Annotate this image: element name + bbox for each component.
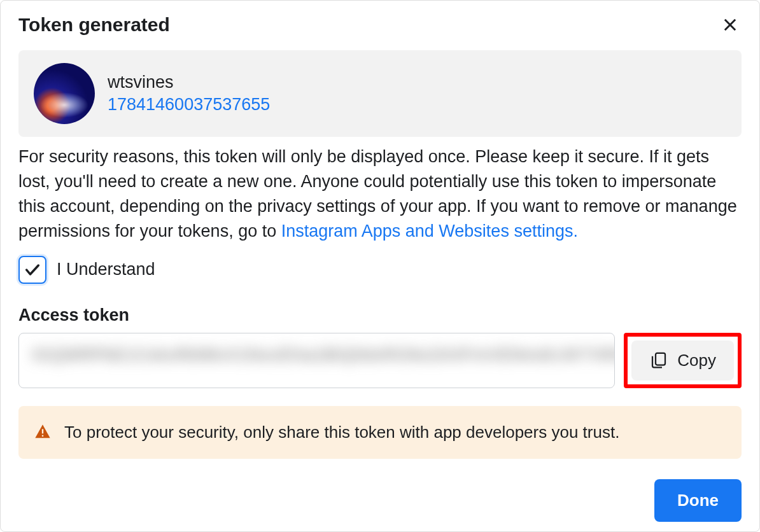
user-id-link[interactable]: 17841460037537655 bbox=[108, 95, 270, 115]
warning-text: To protect your security, only share thi… bbox=[64, 423, 619, 442]
username: wtsvines bbox=[108, 73, 270, 92]
svg-rect-3 bbox=[42, 429, 43, 433]
token-value-blurred: IGQWRPbE1CekxRblMxX1NocEhia1BiQ0dxRG9oZA… bbox=[32, 345, 602, 365]
checkmark-icon bbox=[24, 261, 41, 279]
understand-checkbox[interactable] bbox=[18, 256, 46, 284]
warning-icon bbox=[34, 423, 52, 441]
user-info: wtsvines 17841460037537655 bbox=[108, 73, 270, 115]
done-button[interactable]: Done bbox=[654, 479, 742, 522]
consent-row: I Understand bbox=[18, 256, 742, 284]
close-button[interactable] bbox=[719, 13, 742, 36]
copy-icon bbox=[649, 351, 668, 370]
copy-button-highlight: Copy bbox=[624, 333, 742, 388]
security-description: For security reasons, this token will on… bbox=[18, 144, 742, 244]
dialog-footer: Done bbox=[18, 479, 742, 522]
access-token-input[interactable]: IGQWRPbE1CekxRblMxX1NocEhia1BiQ0dxRG9oZA… bbox=[18, 333, 615, 388]
svg-rect-2 bbox=[656, 353, 665, 365]
understand-label: I Understand bbox=[57, 260, 155, 279]
settings-link[interactable]: Instagram Apps and Websites settings. bbox=[281, 221, 578, 241]
avatar bbox=[34, 63, 95, 124]
close-icon bbox=[721, 16, 739, 34]
copy-button[interactable]: Copy bbox=[631, 340, 734, 381]
svg-rect-4 bbox=[42, 435, 43, 437]
copy-label: Copy bbox=[677, 351, 716, 370]
dialog-header: Token generated bbox=[18, 13, 742, 36]
token-row: IGQWRPbE1CekxRblMxX1NocEhia1BiQ0dxRG9oZA… bbox=[18, 333, 742, 388]
security-warning: To protect your security, only share thi… bbox=[18, 406, 742, 459]
user-card: wtsvines 17841460037537655 bbox=[18, 50, 742, 137]
dialog-title: Token generated bbox=[18, 14, 170, 36]
token-dialog: Token generated wtsvines 178414600375376… bbox=[0, 0, 760, 532]
access-token-label: Access token bbox=[18, 305, 742, 325]
